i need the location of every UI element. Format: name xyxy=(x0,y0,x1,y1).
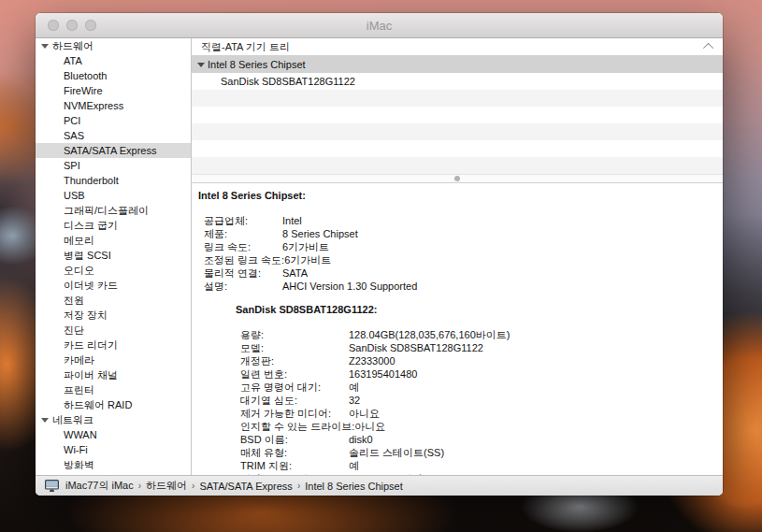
sidebar-item-kr-11[interactable]: 디스크 굽기 xyxy=(36,218,191,233)
detail-row: 매체 유형:솔리드 스테이트(SS) xyxy=(236,446,713,459)
tree-row-intel-8-series-chipset[interactable]: Intel 8 Series Chipset xyxy=(192,56,723,73)
sidebar-item-kr-15[interactable]: 이더넷 카드 xyxy=(36,278,191,293)
detail-label: 대기열 심도: xyxy=(240,394,349,407)
sidebar-item-sata-sata-express[interactable]: SATA/SATA Express xyxy=(36,143,191,158)
sidebar-item-kr-2[interactable]: 방화벽 xyxy=(36,457,191,472)
sidebar-item-label: 진단 xyxy=(64,324,84,338)
detail-row: 인지할 수 있는 드라이브:아니요 xyxy=(236,420,713,433)
sidebar-item-bluetooth[interactable]: Bluetooth xyxy=(36,68,191,83)
sidebar-group-label: 하드웨어 xyxy=(52,39,93,53)
disclosure-triangle-icon[interactable] xyxy=(41,418,49,423)
disclosure-triangle-icon[interactable] xyxy=(197,63,205,67)
sidebar-item-raid[interactable]: 하드웨어 RAID xyxy=(36,397,191,412)
sidebar-item-pci[interactable]: PCI xyxy=(36,113,191,128)
detail-value: disk0 xyxy=(349,433,373,446)
breadcrumb-segment: iMac77의 iMac xyxy=(65,479,134,493)
tree-column-header[interactable]: 직렬-ATA 기기 트리 xyxy=(192,38,723,56)
sidebar-item-firewire[interactable]: FireWire xyxy=(36,83,191,98)
sidebar-item-kr-16[interactable]: 전원 xyxy=(36,293,191,308)
sidebar-item-wi-fi[interactable]: Wi-Fi xyxy=(36,442,191,457)
sidebar-item-scsi[interactable]: 병렬 SCSI xyxy=(36,248,191,263)
pane-splitter[interactable] xyxy=(192,174,723,183)
detail-row: 용량:128.04GB(128,035,676,160바이트) xyxy=(236,328,713,341)
detail-row: 설명:AHCI Version 1.30 Supported xyxy=(198,280,713,293)
sidebar-item-kr-12[interactable]: 메모리 xyxy=(36,233,191,248)
detail-value: 예 xyxy=(349,459,359,472)
sidebar-item-label: 오디오 xyxy=(64,264,94,278)
breadcrumb-separator: › xyxy=(297,481,300,491)
detail-label: 링크 속도: xyxy=(204,240,282,253)
detail-label: TRIM 지원: xyxy=(240,459,349,472)
status-bar: iMac77의 iMac›하드웨어›SATA/SATA Express›Inte… xyxy=(36,475,723,496)
detail-label: 조정된 링크 속도: xyxy=(204,253,284,266)
detail-value: SanDisk SD8SBAT128G1122 xyxy=(349,341,483,354)
sidebar-item-wwan[interactable]: WWAN xyxy=(36,427,191,442)
sidebar-item-nvmexpress[interactable]: NVMExpress xyxy=(36,98,191,113)
sidebar-item-label: NVMExpress xyxy=(64,100,123,111)
sidebar-item-label: 저장 장치 xyxy=(64,309,108,323)
detail-value: AHCI Version 1.30 Supported xyxy=(282,280,417,293)
disclosure-triangle-icon[interactable] xyxy=(41,44,49,49)
detail-label: 일련 번호: xyxy=(240,367,349,381)
breadcrumb-segment: SATA/SATA Express xyxy=(199,481,292,492)
sidebar-item-label: SAS xyxy=(64,130,84,141)
detail-value: 아니요 xyxy=(354,420,385,433)
tree-row-empty xyxy=(192,140,723,157)
sidebar-item-kr-18[interactable]: 진단 xyxy=(36,323,191,338)
tree-row-sandisk-sd8sbat128g1122[interactable]: SanDisk SD8SBAT128G1122 xyxy=(192,73,723,90)
sidebar-item-label: USB xyxy=(64,190,85,201)
sidebar-item-label: 메모리 xyxy=(64,234,94,248)
sidebar-item-spi[interactable]: SPI xyxy=(36,158,191,173)
detail-value: 6기가비트 xyxy=(284,253,331,266)
sidebar-item-label: 그래픽/디스플레이 xyxy=(64,204,149,218)
details-section-heading: Intel 8 Series Chipset: xyxy=(198,189,713,202)
sidebar: 하드웨어ATABluetoothFireWireNVMExpressPCISAS… xyxy=(36,38,192,475)
tree-row-empty xyxy=(192,123,723,140)
sidebar-item-usb[interactable]: USB xyxy=(36,188,191,203)
sidebar-item-kr-22[interactable]: 프린터 xyxy=(36,382,191,397)
detail-label: 제거 가능한 미디어: xyxy=(240,407,349,420)
breadcrumb-segment: Intel 8 Series Chipset xyxy=(305,481,403,492)
details-section-sandisk-sd8sbat128g1122: SanDisk SD8SBAT128G1122:용량:128.04GB(128,… xyxy=(236,303,713,475)
detail-value: 6기가비트 xyxy=(282,240,329,253)
detail-label: 개정판: xyxy=(240,354,349,367)
detail-value: 32 xyxy=(349,394,360,407)
zoom-button[interactable] xyxy=(85,20,96,31)
sidebar-item-label: 전원 xyxy=(64,294,84,308)
details-pane: Intel 8 Series Chipset:공급업체:Intel제품:8 Se… xyxy=(192,183,723,475)
sidebar-item-kr-20[interactable]: 카메라 xyxy=(36,352,191,367)
detail-row: 대기열 심도:32 xyxy=(236,394,713,407)
detail-value: SATA xyxy=(282,266,308,280)
close-button[interactable] xyxy=(48,20,59,31)
sidebar-item-kr-14[interactable]: 오디오 xyxy=(36,263,191,278)
sidebar-group-kr-0[interactable]: 하드웨어 xyxy=(36,38,191,53)
detail-value: 128.04GB(128,035,676,160바이트) xyxy=(349,328,510,341)
main-pane: 직렬-ATA 기기 트리 Intel 8 Series ChipsetSanDi… xyxy=(192,38,723,475)
tree-row-empty xyxy=(192,90,723,107)
sidebar-item-thunderbolt[interactable]: Thunderbolt xyxy=(36,173,191,188)
tree-row-empty xyxy=(192,107,723,123)
minimize-button[interactable] xyxy=(66,20,78,31)
detail-row: 모델:SanDisk SD8SBAT128G1122 xyxy=(236,341,713,354)
sidebar-item-label: 이더넷 카드 xyxy=(64,279,118,293)
sidebar-item-kr-21[interactable]: 파이버 채널 xyxy=(36,367,191,382)
sidebar-item-kr-10[interactable]: 그래픽/디스플레이 xyxy=(36,203,191,218)
sidebar-item-ata[interactable]: ATA xyxy=(36,53,191,68)
sidebar-item-kr-17[interactable]: 저장 장치 xyxy=(36,308,191,323)
details-section-heading: SanDisk SD8SBAT128G1122: xyxy=(236,303,713,316)
sidebar-item-label: Wi-Fi xyxy=(64,444,88,455)
detail-row: 일련 번호:163195401480 xyxy=(236,367,713,381)
sidebar-item-label: FireWire xyxy=(64,85,103,96)
sidebar-item-kr-19[interactable]: 카드 리더기 xyxy=(36,338,191,352)
detail-label: 인지할 수 있는 드라이브: xyxy=(240,420,354,433)
detail-row: BSD 이름:disk0 xyxy=(236,433,713,446)
detail-value: 솔리드 스테이트(SS) xyxy=(349,446,444,459)
breadcrumb-separator: › xyxy=(192,481,194,491)
sidebar-item-label: 파이버 채널 xyxy=(64,368,118,382)
detail-label: 모델: xyxy=(240,341,349,354)
sort-ascending-icon xyxy=(703,43,713,53)
sidebar-group-kr-1[interactable]: 네트워크 xyxy=(36,412,191,427)
splitter-handle-icon xyxy=(454,176,460,181)
sidebar-item-sas[interactable]: SAS xyxy=(36,128,191,143)
detail-label: 제품: xyxy=(204,227,282,240)
